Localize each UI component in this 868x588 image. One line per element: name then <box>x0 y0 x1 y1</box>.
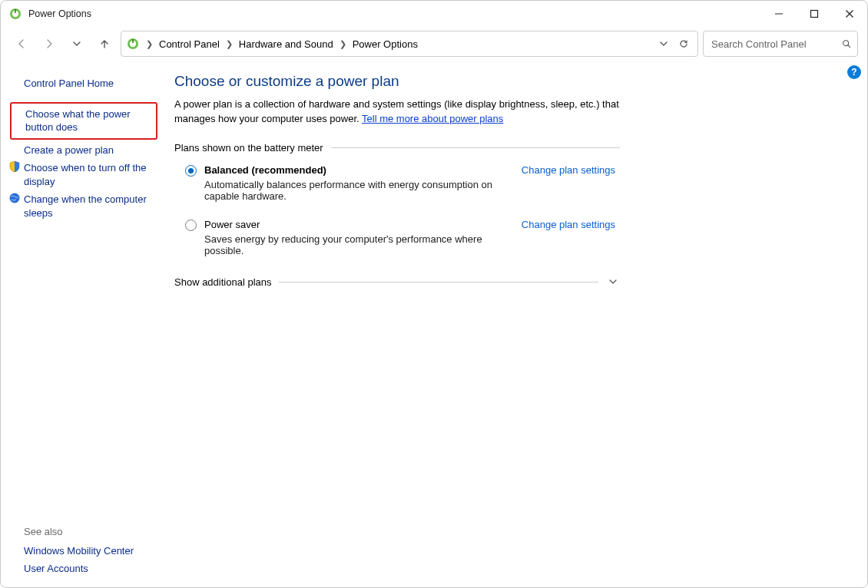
sidebar-item-label: Choose when to turn off the display <box>24 162 146 187</box>
plan-radio-power-saver[interactable] <box>185 220 197 231</box>
additional-plans-toggle[interactable]: Show additional plans <box>174 276 620 288</box>
window-title: Power Options <box>28 8 91 19</box>
see-also-user-accounts[interactable]: User Accounts <box>10 560 162 578</box>
plan-name[interactable]: Balanced (recommended) <box>204 164 508 176</box>
change-plan-settings-link[interactable]: Change plan settings <box>522 219 615 230</box>
breadcrumb-separator[interactable]: ❯ <box>224 39 234 49</box>
power-plan-row: Balanced (recommended) Automatically bal… <box>185 164 615 202</box>
svg-rect-9 <box>132 39 134 43</box>
address-bar[interactable]: ❯ Control Panel ❯ Hardware and Sound ❯ P… <box>121 31 698 57</box>
sidebar-item-power-button[interactable]: Choose what the power button does <box>10 102 157 140</box>
plan-name[interactable]: Power saver <box>204 219 508 230</box>
see-also-heading: See also <box>10 523 162 542</box>
nav-back-button[interactable] <box>10 32 33 55</box>
shield-icon <box>8 160 21 173</box>
nav-recent-button[interactable] <box>65 32 88 55</box>
refresh-button[interactable] <box>674 39 693 48</box>
search-input[interactable] <box>710 38 842 51</box>
svg-point-12 <box>10 193 20 203</box>
nav-forward-button[interactable] <box>38 32 61 55</box>
divider <box>279 282 598 282</box>
globe-icon <box>8 192 21 204</box>
see-also-mobility-center[interactable]: Windows Mobility Center <box>10 542 162 560</box>
chevron-down-icon <box>606 277 620 286</box>
plans-section-header: Plans shown on the battery meter <box>174 142 620 154</box>
window-title-bar: Power Options <box>1 1 867 27</box>
additional-plans-label: Show additional plans <box>174 276 271 288</box>
search-box[interactable] <box>703 31 858 57</box>
plan-description: Saves energy by reducing your computer's… <box>204 233 508 256</box>
sidebar-item-turn-off-display[interactable]: Choose when to turn off the display <box>10 159 162 190</box>
breadcrumb-leaf[interactable]: Power Options <box>350 38 421 50</box>
sidebar-item-label: Change when the computer sleeps <box>24 193 147 219</box>
plans-section-label: Plans shown on the battery meter <box>174 142 323 154</box>
sidebar: Control Panel Home Choose what the power… <box>1 61 162 587</box>
sidebar-item-create-plan[interactable]: Create a power plan <box>10 141 162 160</box>
divider <box>331 147 620 148</box>
breadcrumb-separator[interactable]: ❯ <box>144 39 154 49</box>
plan-description: Automatically balances performance with … <box>204 179 508 202</box>
search-icon <box>842 38 851 49</box>
svg-rect-2 <box>15 9 16 13</box>
breadcrumb-separator[interactable]: ❯ <box>338 39 348 49</box>
power-options-icon <box>126 37 140 51</box>
intro-link[interactable]: Tell me more about power plans <box>362 113 503 124</box>
page-title: Choose or customize a power plan <box>174 73 846 90</box>
plan-radio-balanced[interactable] <box>185 165 197 177</box>
change-plan-settings-link[interactable]: Change plan settings <box>522 164 615 176</box>
window-controls <box>761 1 867 27</box>
power-plan-row: Power saver Saves energy by reducing you… <box>185 219 615 256</box>
sidebar-item-computer-sleeps[interactable]: Change when the computer sleeps <box>10 190 162 222</box>
breadcrumb-mid[interactable]: Hardware and Sound <box>236 38 336 50</box>
address-history-button[interactable] <box>654 39 673 48</box>
power-options-icon <box>8 7 22 21</box>
breadcrumb-root[interactable]: Control Panel <box>156 38 223 50</box>
sidebar-home-link[interactable]: Control Panel Home <box>10 74 162 93</box>
minimize-button[interactable] <box>761 1 797 27</box>
intro-text: A power plan is a collection of hardware… <box>174 97 620 127</box>
nav-up-button[interactable] <box>93 32 116 55</box>
toolbar: ❯ Control Panel ❯ Hardware and Sound ❯ P… <box>1 27 867 61</box>
maximize-button[interactable] <box>797 1 832 27</box>
main-content: ? Choose or customize a power plan A pow… <box>162 61 867 587</box>
svg-line-11 <box>848 45 850 48</box>
help-button[interactable]: ? <box>847 65 861 79</box>
close-button[interactable] <box>832 1 867 27</box>
svg-rect-4 <box>811 11 818 18</box>
